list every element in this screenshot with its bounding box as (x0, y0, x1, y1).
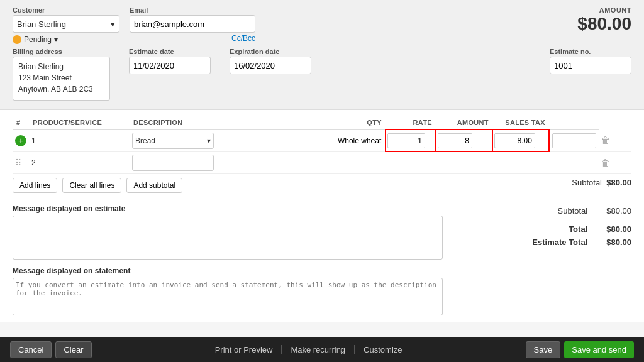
add-lines-button[interactable]: Add lines (13, 178, 57, 193)
row1-sales-tax-cell[interactable] (549, 129, 599, 151)
totals-row-estimate-total: Estimate Total $80.00 (455, 236, 631, 249)
amount-value: $80.00 (577, 14, 631, 34)
expiration-date-group: Expiration date (230, 48, 311, 74)
make-recurring-link[interactable]: Make recurring (282, 345, 355, 354)
customize-link[interactable]: Customize (355, 345, 411, 354)
row1-rate-input[interactable] (438, 133, 472, 148)
messages-column: Message displayed on estimate Message di… (13, 204, 443, 317)
cc-bcc-link[interactable]: Cc/Bcc (130, 34, 255, 43)
totals-column: Subtotal $80.00 Total $80.00 Estimate To… (455, 204, 631, 317)
subtotal-label: Subtotal (558, 206, 588, 216)
row1-product-cell: Bread ▾ (130, 129, 335, 151)
expiration-date-input[interactable] (230, 57, 311, 74)
customer-dropdown-icon[interactable]: ▾ (111, 19, 115, 29)
row2-delete-icon[interactable]: 🗑 (601, 158, 610, 168)
email-input[interactable] (130, 15, 255, 33)
row1-rate-cell[interactable] (436, 129, 492, 151)
col-description: DESCRIPTION (130, 116, 335, 129)
row2-amount-cell[interactable] (492, 151, 549, 173)
email-label: Email (130, 6, 255, 14)
estimate-total-label: Estimate Total (532, 238, 587, 247)
status-arrow-icon: ▾ (54, 35, 58, 44)
row2-product-select[interactable] (132, 155, 214, 171)
row1-description-input[interactable] (338, 136, 382, 145)
amount-section: AMOUNT $80.00 (577, 6, 631, 34)
col-sales-tax: SALES TAX (492, 116, 549, 129)
clear-button[interactable]: Clear (55, 341, 91, 358)
row1-qty-input[interactable] (387, 133, 425, 148)
row2-desc-cell[interactable] (335, 151, 386, 173)
customer-field-group: Customer Brian Sterling ▾ Pending ▾ (13, 6, 119, 44)
row2-qty-cell[interactable] (386, 151, 436, 173)
row2-rate-cell[interactable] (436, 151, 492, 173)
row1-delete-icon[interactable]: 🗑 (601, 135, 610, 145)
billing-address-group: Billing address Brian Sterling 123 Main … (13, 48, 110, 101)
clear-all-lines-button[interactable]: Clear all lines (62, 178, 121, 193)
totals-row-total: Total $80.00 (455, 222, 631, 236)
message-statement-textarea[interactable] (13, 278, 443, 315)
message-statement-label: Message displayed on statement (13, 266, 443, 275)
amount-label: AMOUNT (577, 6, 631, 14)
billing-line1: Brian Sterling (18, 61, 104, 72)
billing-line3: Anytown, AB A1B 2C3 (18, 84, 104, 95)
top-section: Customer Brian Sterling ▾ Pending ▾ Emai… (0, 0, 644, 110)
customer-select[interactable]: Brian Sterling ▾ (13, 15, 119, 33)
cancel-button[interactable]: Cancel (10, 341, 52, 358)
print-preview-link[interactable]: Print or Preview (206, 345, 282, 354)
row2-num: 2 (31, 158, 36, 167)
row1-delete-cell: 🗑 (599, 129, 631, 151)
row2-drag-handle[interactable]: ⠿ (15, 158, 21, 168)
subtotal-inline-label: Subtotal $80.00 (572, 178, 631, 193)
line-items-table: # PRODUCT/SERVICE DESCRIPTION QTY RATE A… (13, 116, 631, 174)
add-row-button[interactable]: + (15, 135, 26, 146)
lower-section: Message displayed on estimate Message di… (0, 199, 644, 322)
table-row: ⠿ 2 🗑 (13, 151, 631, 173)
footer-center: Print or Preview Make recurring Customiz… (206, 345, 411, 354)
col-qty: QTY (335, 116, 386, 129)
row2-num-cell: 2 (29, 151, 130, 173)
row2-delete-cell: 🗑 (599, 151, 631, 173)
save-and-send-button[interactable]: Save and send (564, 341, 634, 358)
product-dropdown-icon[interactable]: ▾ (207, 136, 211, 145)
add-row-cell: + (13, 129, 29, 151)
row2-sales-tax-cell[interactable] (549, 151, 599, 173)
status-circle (13, 35, 21, 44)
add-subtotal-button[interactable]: Add subtotal (126, 178, 182, 193)
save-button[interactable]: Save (526, 341, 561, 358)
col-hash: # (13, 116, 29, 129)
footer: Cancel Clear Print or Preview Make recur… (0, 337, 644, 362)
status-label: Pending (24, 35, 52, 44)
table-row: + 1 Bread ▾ (13, 129, 631, 151)
row1-amount-input[interactable] (494, 133, 535, 148)
row1-sales-tax-input[interactable] (552, 133, 596, 148)
billing-address-label: Billing address (13, 48, 110, 55)
row1-num: 1 (31, 136, 36, 145)
row1-num-cell: 1 (29, 129, 130, 151)
col-delete (549, 116, 599, 129)
billing-line2: 123 Main Street (18, 72, 104, 84)
message-estimate-textarea[interactable] (13, 216, 443, 260)
row1-amount-cell[interactable] (492, 129, 549, 151)
estimate-no-input[interactable] (550, 57, 631, 74)
estimate-no-label: Estimate no. (550, 48, 631, 55)
estimate-date-input[interactable] (129, 57, 211, 74)
estimate-date-label: Estimate date (129, 48, 211, 55)
expiration-date-label: Expiration date (230, 48, 311, 55)
row2-product-cell[interactable] (130, 151, 335, 173)
totals-row-subtotal: Subtotal $80.00 (455, 204, 631, 217)
row1-desc-cell[interactable] (335, 129, 386, 151)
col-rate: RATE (386, 116, 436, 129)
row1-qty-cell[interactable] (386, 129, 436, 151)
bottom-actions: Add lines Clear all lines Add subtotal S… (13, 178, 631, 193)
total-label: Total (569, 224, 587, 234)
footer-left: Cancel Clear (10, 341, 92, 358)
table-section: # PRODUCT/SERVICE DESCRIPTION QTY RATE A… (0, 110, 644, 199)
row2-handle-cell: ⠿ (13, 151, 29, 173)
footer-right: Save Save and send (526, 341, 634, 358)
row1-product-select[interactable]: Bread ▾ (132, 133, 214, 149)
status-badge[interactable]: Pending ▾ (13, 35, 119, 44)
estimate-date-group: Estimate date (129, 48, 211, 74)
customer-label: Customer (13, 6, 119, 14)
estimate-no-group: Estimate no. (550, 48, 631, 74)
billing-address-box[interactable]: Brian Sterling 123 Main Street Anytown, … (13, 57, 110, 101)
